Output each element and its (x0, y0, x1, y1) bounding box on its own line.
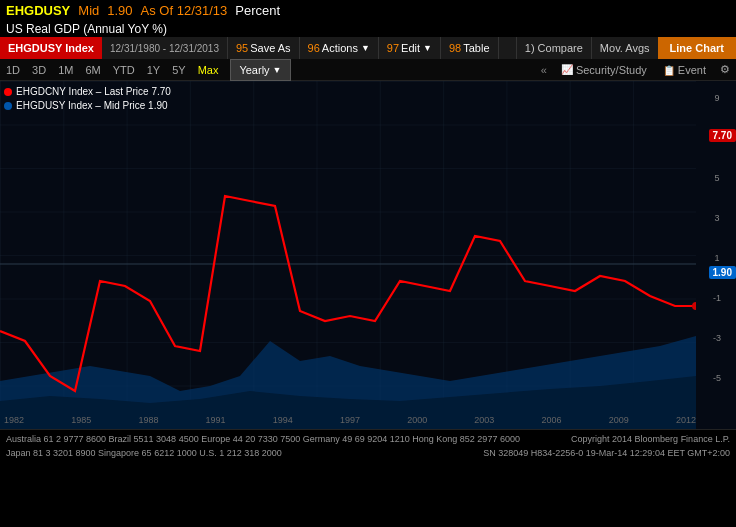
toolbar-right: 1) Compare Mov. Avgs Line Chart (516, 37, 736, 59)
period-max[interactable]: Max (192, 59, 225, 81)
edit-button[interactable]: 97 Edit ▼ (379, 37, 441, 59)
footer-contacts: Australia 61 2 9777 8600 Brazil 5511 304… (6, 433, 520, 447)
table-button[interactable]: 98 Table (441, 37, 499, 59)
mid-label: Mid (78, 3, 99, 18)
badge-190: 1.90 (709, 266, 736, 279)
time-bar-right: « 📈 Security/Study 📋 Event ⚙ (535, 61, 736, 78)
legend-dot-1 (4, 88, 12, 96)
badge-770: 7.70 (709, 129, 736, 142)
footer-row2: Japan 81 3 3201 8900 Singapore 65 6212 1… (6, 447, 730, 461)
yearly-dropdown[interactable]: Yearly ▼ (230, 59, 290, 81)
period-1d[interactable]: 1D (0, 59, 26, 81)
year-2006: 2006 (542, 415, 562, 425)
price-9: 9 (698, 93, 736, 103)
period-1y[interactable]: 1Y (141, 59, 166, 81)
price-neg3: -3 (698, 333, 736, 343)
gear-icon: ⚙ (720, 63, 730, 75)
as-of-date: As Of 12/31/13 (141, 3, 228, 18)
chart-legend: EHGDCNY Index – Last Price 7.70 EHGDUSY … (4, 85, 171, 113)
time-bar: 1D 3D 1M 6M YTD 1Y 5Y Max Yearly ▼ « 📈 S… (0, 59, 736, 81)
year-1988: 1988 (138, 415, 158, 425)
footer-copyright: Copyright 2014 Bloomberg Finance L.P. (571, 433, 730, 447)
mid-value: 1.90 (107, 3, 132, 18)
period-3d[interactable]: 3D (26, 59, 52, 81)
price-1: 1 (698, 253, 736, 263)
period-6m[interactable]: 6M (79, 59, 106, 81)
actions-button[interactable]: 96 Actions ▼ (300, 37, 379, 59)
index-label: EHGDUSY Index (0, 37, 102, 59)
actions-arrow: ▼ (361, 43, 370, 53)
percent-label: Percent (235, 3, 280, 18)
footer-contacts2: Japan 81 3 3201 8900 Singapore 65 6212 1… (6, 447, 282, 461)
ticker-symbol: EHGDUSY (6, 3, 70, 18)
toolbar-left: EHGDUSY Index 12/31/1980 - 12/31/2013 95… (0, 37, 516, 59)
chart-svg (0, 81, 696, 429)
period-1m[interactable]: 1M (52, 59, 79, 81)
year-1991: 1991 (206, 415, 226, 425)
year-2012: 2012 (676, 415, 696, 425)
price-neg1: -1 (698, 293, 736, 303)
footer-row1: Australia 61 2 9777 8600 Brazil 5511 304… (6, 433, 730, 447)
year-1994: 1994 (273, 415, 293, 425)
period-5y[interactable]: 5Y (166, 59, 191, 81)
compare-button[interactable]: 1) Compare (516, 37, 591, 59)
gear-button[interactable]: ⚙ (714, 61, 736, 78)
chart-area: EHGDCNY Index – Last Price 7.70 EHGDUSY … (0, 81, 736, 429)
price-3: 3 (698, 213, 736, 223)
chart-subtitle: US Real GDP (Annual YoY %) (0, 21, 736, 37)
event-icon: 📋 (663, 65, 675, 76)
year-axis: 1982 1985 1988 1991 1994 1997 2000 2003 … (4, 415, 696, 425)
period-ytd[interactable]: YTD (107, 59, 141, 81)
legend-item-2: EHGDUSY Index – Mid Price 1.90 (4, 99, 171, 113)
top-header: EHGDUSY Mid 1.90 As Of 12/31/13 Percent (0, 0, 736, 21)
price-neg5: -5 (698, 373, 736, 383)
legend-item-1: EHGDCNY Index – Last Price 7.70 (4, 85, 171, 99)
footer-sn: SN 328049 H834-2256-0 19-Mar-14 12:29:04… (483, 447, 730, 461)
line-chart-button[interactable]: Line Chart (658, 37, 736, 59)
date-range-display: 12/31/1980 - 12/31/2013 (102, 37, 228, 59)
yearly-arrow-icon: ▼ (273, 65, 282, 75)
edit-arrow: ▼ (423, 43, 432, 53)
security-study-button[interactable]: 📈 Security/Study (553, 62, 655, 78)
legend-dot-2 (4, 102, 12, 110)
footer: Australia 61 2 9777 8600 Brazil 5511 304… (0, 429, 736, 463)
year-2003: 2003 (474, 415, 494, 425)
expand-button[interactable]: « (535, 62, 553, 78)
year-1982: 1982 (4, 415, 24, 425)
year-2009: 2009 (609, 415, 629, 425)
chart-icon: 📈 (561, 64, 573, 75)
mov-avgs-button[interactable]: Mov. Avgs (591, 37, 658, 59)
year-2000: 2000 (407, 415, 427, 425)
price-axis: 9 7 5 3 1 -1 -3 -5 7.70 1.90 (698, 81, 736, 429)
toolbar: EHGDUSY Index 12/31/1980 - 12/31/2013 95… (0, 37, 736, 59)
save-as-button[interactable]: 95 Save As (228, 37, 300, 59)
year-1997: 1997 (340, 415, 360, 425)
price-5: 5 (698, 173, 736, 183)
year-1985: 1985 (71, 415, 91, 425)
event-button[interactable]: 📋 Event (655, 62, 714, 78)
